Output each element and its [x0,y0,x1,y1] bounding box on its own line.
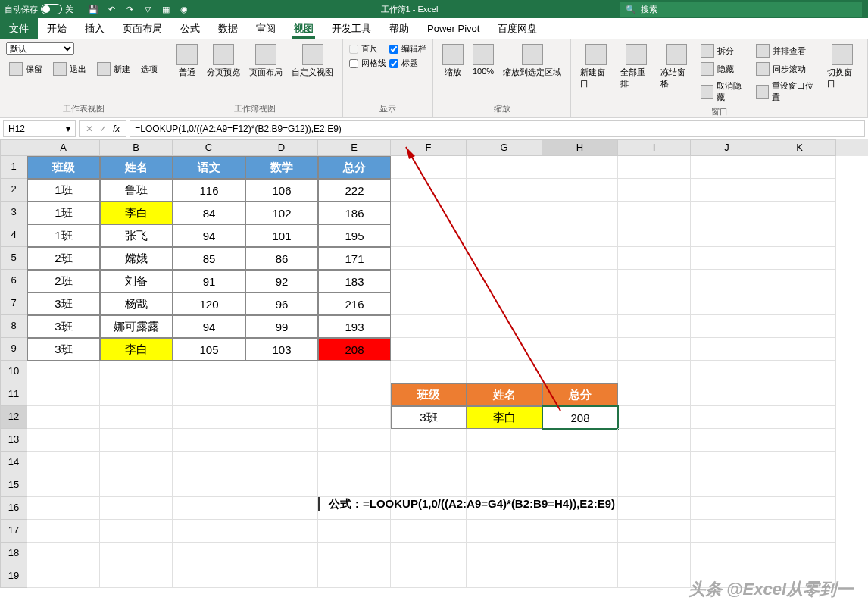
cell[interactable] [467,565,542,588]
cell[interactable] [245,520,318,543]
cell[interactable] [467,202,542,224]
name-box[interactable]: H12▾ [3,120,76,137]
cell[interactable]: 姓名 [467,383,542,406]
cell[interactable] [245,497,318,520]
table-icon[interactable]: ▦ [160,3,172,15]
cell[interactable] [618,474,691,497]
cell[interactable] [467,292,542,315]
cell[interactable]: 216 [318,292,391,315]
col-header[interactable]: C [173,139,245,156]
row-header[interactable]: 1 [0,156,27,179]
zoom-button[interactable]: 缩放 [439,42,467,80]
cell[interactable] [618,361,691,383]
cell[interactable] [618,338,691,361]
tab-layout[interactable]: 页面布局 [114,18,171,39]
camera-icon[interactable]: ◉ [178,3,190,15]
cell[interactable] [691,452,763,474]
cell[interactable] [542,474,618,497]
cell[interactable] [27,497,100,520]
cell[interactable] [691,224,763,247]
cell[interactable]: 105 [173,338,245,361]
cell[interactable] [618,497,691,520]
cell[interactable] [618,247,691,270]
cell[interactable] [173,361,245,383]
cell[interactable] [618,543,691,565]
cell[interactable] [542,520,618,543]
enter-icon[interactable]: ✓ [99,124,107,134]
exit-button[interactable]: 退出 [50,61,89,77]
cell[interactable] [245,565,318,588]
cell[interactable] [467,224,542,247]
normal-button[interactable]: 普通 [173,42,201,80]
cell[interactable] [763,156,836,179]
cell[interactable] [391,315,467,338]
tab-home[interactable]: 开始 [38,18,76,39]
cell[interactable] [542,247,618,270]
cell[interactable] [542,270,618,292]
cell[interactable] [391,292,467,315]
cell[interactable]: 91 [173,270,245,292]
cell[interactable] [100,429,173,452]
cell[interactable]: 杨戬 [100,292,173,315]
cell[interactable]: 总分 [318,156,391,179]
freeze-button[interactable]: 冻结窗格 [657,42,695,91]
cell[interactable] [173,497,245,520]
cell[interactable]: 班级 [27,156,100,179]
cell[interactable]: 3班 [391,406,467,429]
cell[interactable] [467,520,542,543]
cell[interactable] [618,565,691,588]
col-header[interactable]: I [618,139,691,156]
cell[interactable]: 183 [318,270,391,292]
cell[interactable]: 103 [245,338,318,361]
cell[interactable] [618,202,691,224]
cell[interactable]: 鲁班 [100,179,173,202]
switch-button[interactable]: 切换窗口 [824,42,861,91]
cell[interactable] [691,270,763,292]
cell[interactable]: 1班 [27,224,100,247]
cell[interactable] [763,406,836,429]
cell[interactable] [100,383,173,406]
cell[interactable] [618,179,691,202]
cell[interactable] [27,520,100,543]
cell[interactable] [245,383,318,406]
cell[interactable] [100,565,173,588]
cell[interactable]: 85 [173,247,245,270]
cell[interactable]: 106 [245,179,318,202]
cell[interactable] [100,497,173,520]
cell[interactable]: 101 [245,224,318,247]
cell[interactable] [100,520,173,543]
headings-check[interactable]: 标题 [389,57,426,70]
cell[interactable]: 1班 [27,202,100,224]
ruler-check[interactable]: 直尺 [349,42,386,55]
cell[interactable]: 李白 [467,406,542,429]
cell[interactable]: 208 [542,406,618,429]
cell[interactable] [618,224,691,247]
tab-formulas[interactable]: 公式 [171,18,209,39]
cell[interactable] [542,565,618,588]
col-header[interactable]: K [763,139,836,156]
side-button[interactable]: 并排查看 [753,42,821,59]
cell[interactable]: 195 [318,224,391,247]
cell[interactable] [763,179,836,202]
cell[interactable] [27,474,100,497]
row-header[interactable]: 18 [0,543,27,565]
undo-icon[interactable]: ↶ [105,3,117,15]
cell[interactable] [763,361,836,383]
cell[interactable]: 99 [245,315,318,338]
cell[interactable] [763,543,836,565]
cell[interactable] [467,179,542,202]
options-button[interactable]: 选项 [138,61,161,77]
cell[interactable]: 刘备 [100,270,173,292]
cell[interactable]: 102 [245,202,318,224]
cell[interactable] [173,383,245,406]
cell[interactable] [542,338,618,361]
layout-button[interactable]: 页面布局 [246,42,286,80]
row-header[interactable]: 6 [0,270,27,292]
cell[interactable] [467,543,542,565]
cell[interactable] [467,452,542,474]
cell[interactable] [318,406,391,429]
cell[interactable]: 3班 [27,292,100,315]
cell[interactable] [618,406,691,429]
cell[interactable] [173,543,245,565]
cell[interactable] [391,179,467,202]
